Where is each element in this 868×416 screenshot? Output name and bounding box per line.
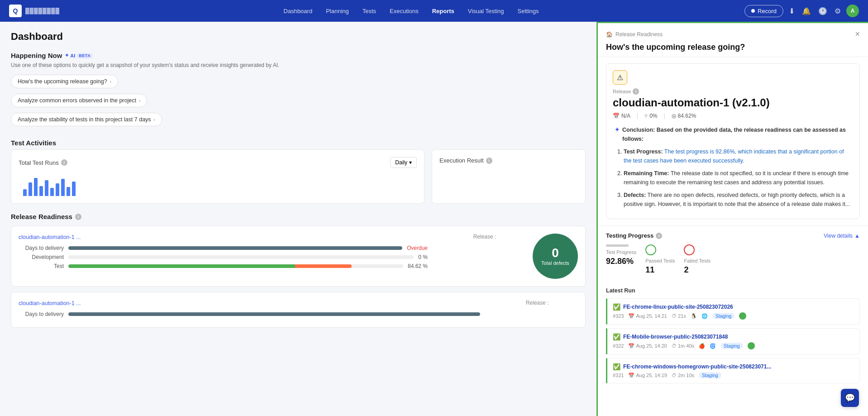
release-meta: Release : xyxy=(435,234,525,279)
bar-10 xyxy=(72,182,76,196)
download-button[interactable]: ⬇ xyxy=(787,5,796,17)
run-item-2: ✅ FE-Mobile-browser-public-250823071848 … xyxy=(606,328,860,354)
stat-separator-1: | xyxy=(637,113,638,119)
dropdown-chevron-icon: ▾ xyxy=(409,159,412,166)
run-item-1-header: ✅ FE-chrome-linux-public-site-2508230720… xyxy=(613,303,854,311)
daily-select[interactable]: Daily ▾ xyxy=(390,157,417,168)
passed-tests-label: Passed Tests xyxy=(645,258,675,263)
days-delivery-fill-2 xyxy=(68,312,480,316)
ai-btn-errors-label: Analyze common errors observed in the pr… xyxy=(18,97,136,104)
nav-reports[interactable]: Reports xyxy=(426,5,461,17)
release-meta-2: Release : xyxy=(487,300,578,320)
conclusion-item-3-text: There are no open defects, resolved defe… xyxy=(624,192,850,207)
nav-executions[interactable]: Executions xyxy=(383,5,425,17)
conclusion-title: ✦ Conclusion: Based on the provided data… xyxy=(615,125,851,143)
view-details-button[interactable]: View details ▲ xyxy=(824,233,860,239)
test-label: Test xyxy=(19,263,64,269)
progress-bar-icon-bg xyxy=(606,244,629,247)
run-browser-icon-1: 🌐 xyxy=(701,313,708,319)
test-row: Test 84.62 % xyxy=(19,263,428,269)
circle-red-icon xyxy=(684,244,695,255)
close-panel-button[interactable]: × xyxy=(855,29,860,39)
bar-5 xyxy=(45,180,48,196)
daily-label: Daily xyxy=(395,159,407,166)
development-label: Development xyxy=(19,254,64,260)
ai-btn-stability[interactable]: Analyze the stability of tests in this p… xyxy=(11,113,162,126)
avatar[interactable]: A xyxy=(846,5,859,17)
nav-visual-testing[interactable]: Visual Testing xyxy=(462,5,510,17)
bar-7 xyxy=(56,183,59,196)
info-icon: i xyxy=(61,159,67,166)
stat-separator-2: | xyxy=(663,113,665,119)
ai-buttons-list: How's the upcoming release going? › Anal… xyxy=(11,75,586,130)
panel-title: How's the upcoming release going? xyxy=(606,43,860,52)
run-check-icon-1: ✅ xyxy=(613,303,620,311)
run-name-3: FE-chrome-windows-homegrown-public-site-… xyxy=(623,363,771,370)
info-icon-3: i xyxy=(75,214,81,220)
panel-header-text: Release Readiness xyxy=(615,31,663,38)
release-name-link-2[interactable]: cloudian-automation-1 ... xyxy=(19,300,81,306)
notifications-button[interactable]: 🔔 xyxy=(800,5,813,17)
run-item-1: ✅ FE-chrome-linux-public-site-2508230720… xyxy=(606,298,860,325)
conclusion-intro: Based on the provided data, the release … xyxy=(622,127,846,142)
calendar-icon-1: 📅 xyxy=(628,313,634,319)
panel-header-icon: 🏠 xyxy=(606,31,613,38)
navbar: Q ████████ Dashboard Planning Tests Exec… xyxy=(0,0,868,22)
chevron-right-icon-2: › xyxy=(139,98,140,103)
run-number-2: #322 xyxy=(613,343,624,349)
run-date-1: 📅 Aug 25, 14:21 xyxy=(628,313,667,319)
clock-icon-2: ⏱ xyxy=(672,343,677,349)
release-name-link[interactable]: cloudian-automation-1 ... xyxy=(19,234,81,240)
record-button[interactable]: Record xyxy=(744,5,783,17)
nav-settings[interactable]: Settings xyxy=(511,5,545,17)
release-card-area-2: cloudian-automation-1 ... Days to delive… xyxy=(19,300,578,320)
days-delivery-row-2: Days to delivery xyxy=(19,311,480,317)
logo[interactable]: Q ████████ xyxy=(9,5,60,17)
tp-title: Testing Progress i xyxy=(606,232,662,239)
release-card-area: cloudian-automation-1 ... Days to delive… xyxy=(19,234,578,279)
run-browser-icon-2: 🌀 xyxy=(710,343,716,349)
chevron-up-icon: ▲ xyxy=(854,233,860,239)
right-panel: 🏠 Release Readiness × How's the upcoming… xyxy=(596,22,868,416)
page-title: Dashboard xyxy=(11,31,586,43)
ai-btn-errors[interactable]: Analyze common errors observed in the pr… xyxy=(11,94,147,107)
nav-planning[interactable]: Planning xyxy=(320,5,355,17)
happening-now-section: Happening Now ✦ AI BETA Use one of these… xyxy=(11,52,586,130)
panel-header-label: 🏠 Release Readiness xyxy=(606,31,663,38)
settings-button[interactable]: ⚙ xyxy=(833,5,843,17)
info-icon-2: i xyxy=(486,158,492,164)
page-container: Dashboard Happening Now ✦ AI BETA Use on… xyxy=(0,22,868,416)
conclusion-list: Test Progress: The test progress is 92.8… xyxy=(615,147,851,209)
passed-tests-icon xyxy=(645,244,675,255)
nav-tests[interactable]: Tests xyxy=(356,5,382,17)
conclusion-block: ✦ Conclusion: Based on the provided data… xyxy=(613,125,853,209)
chat-float-button[interactable]: 💬 xyxy=(841,389,859,407)
calendar-icon-3: 📅 xyxy=(628,373,634,378)
navbar-actions: Record ⬇ 🔔 🕐 ⚙ A xyxy=(744,5,859,17)
run-status-dot-2 xyxy=(748,342,755,349)
panel-header: 🏠 Release Readiness × How's the upcoming… xyxy=(598,23,868,57)
defects-circle: 0 Total defects xyxy=(533,234,578,279)
conclusion-spark-icon: ✦ xyxy=(615,125,620,134)
history-button[interactable]: 🕐 xyxy=(816,5,829,17)
stat-0pct: ⑂ 0% xyxy=(644,113,657,119)
main-nav: Dashboard Planning Tests Executions Repo… xyxy=(78,5,744,17)
activity-cards: Total Test Runs i Daily ▾ xyxy=(11,149,586,204)
run-check-icon-3: ✅ xyxy=(613,363,620,370)
nav-dashboard[interactable]: Dashboard xyxy=(277,5,319,17)
warning-icon-box: ⚠ xyxy=(613,70,627,85)
release-label-text: Release xyxy=(613,89,631,94)
run-meta-3: #321 📅 Aug 25, 14:19 ⏱ 2m 10s Staging xyxy=(613,372,854,378)
happening-now-label: Happening Now xyxy=(11,52,62,59)
days-delivery-bar xyxy=(68,246,402,250)
ai-badge: ✦ AI BETA xyxy=(65,53,93,58)
chevron-right-icon: › xyxy=(110,79,111,84)
main-content: Dashboard Happening Now ✦ AI BETA Use on… xyxy=(0,22,596,416)
development-pct: 0 % xyxy=(418,254,428,260)
bar-8 xyxy=(61,179,65,196)
ai-btn-release-label: How's the upcoming release going? xyxy=(18,78,107,85)
tp-header: Testing Progress i View details ▲ xyxy=(606,232,860,239)
panel-header-top: 🏠 Release Readiness × xyxy=(606,29,860,39)
metric-failed-tests: Failed Tests 2 xyxy=(684,244,711,275)
ai-btn-release[interactable]: How's the upcoming release going? › xyxy=(11,75,118,88)
